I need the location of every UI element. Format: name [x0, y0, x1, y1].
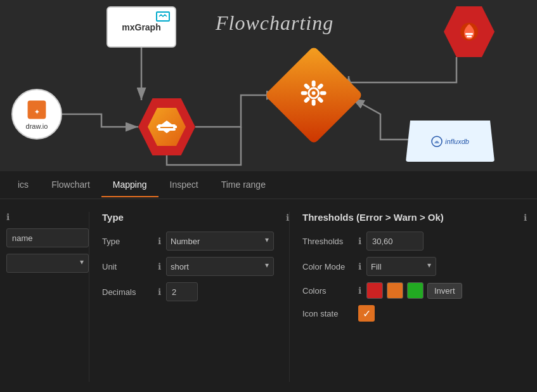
type-section: Type ℹ Type ℹ Number String Boolean Unit… [89, 212, 289, 382]
drawio-label: draw.io [26, 122, 48, 130]
drawio-icon: ✦ [25, 98, 48, 121]
node-mxgraph[interactable]: mxGraph [107, 6, 176, 48]
type-select[interactable]: Number String Boolean [166, 232, 274, 251]
thresholds-section: Thresholds (Error > Warn > Ok) ℹ Thresho… [289, 212, 527, 382]
left-select-wrapper [6, 254, 89, 273]
color-swatch-green[interactable] [407, 282, 424, 299]
color-mode-row: Color Mode ℹ Fill Text Disabled [302, 257, 527, 276]
decimals-row-info[interactable]: ℹ [158, 287, 161, 297]
colors-info-icon[interactable]: ℹ [358, 285, 361, 296]
flowchart-canvas: Flowcharting ✦ draw.io mxGraph [0, 0, 537, 171]
thresholds-row: Thresholds ℹ [302, 232, 527, 251]
type-row-info[interactable]: ℹ [158, 236, 161, 246]
colors-row: Colors ℹ Invert [302, 282, 527, 299]
svg-rect-8 [157, 126, 160, 128]
type-section-title: Type [102, 212, 124, 223]
tab-timerange[interactable]: Time range [210, 173, 277, 197]
svg-rect-21 [467, 36, 472, 37]
type-label: Type [102, 237, 153, 246]
color-mode-label: Color Mode [302, 262, 353, 271]
node-drawio[interactable]: ✦ draw.io [11, 89, 62, 140]
unit-label: Unit [102, 262, 153, 271]
color-mode-select[interactable]: Fill Text Disabled [366, 257, 436, 276]
svg-text:✦: ✦ [34, 108, 40, 115]
mxgraph-label: mxGraph [122, 22, 160, 32]
thresholds-section-title: Thresholds (Error > Warn > Ok) [302, 212, 444, 223]
invert-button[interactable]: Invert [427, 283, 462, 299]
node-influxdb[interactable]: influxdb [406, 121, 495, 162]
left-select[interactable] [6, 254, 89, 273]
type-select-wrapper: Number String Boolean [166, 232, 274, 251]
svg-rect-22 [465, 33, 473, 35]
left-column: ℹ [0, 212, 89, 382]
node-gear-diamond[interactable] [279, 60, 349, 130]
svg-rect-18 [301, 91, 307, 95]
svg-point-11 [312, 91, 316, 95]
icon-state-row: Icon state ✓ [302, 305, 527, 322]
center-icon [155, 115, 178, 138]
svg-rect-16 [312, 100, 316, 106]
svg-marker-6 [162, 121, 172, 124]
unit-row-info[interactable]: ℹ [158, 261, 161, 271]
svg-rect-14 [320, 91, 327, 95]
unit-row: Unit ℹ short long bytes [102, 257, 289, 276]
color-mode-select-wrapper: Fill Text Disabled [366, 257, 436, 276]
node-prometheus[interactable] [444, 6, 495, 57]
type-row: Type ℹ Number String Boolean [102, 232, 289, 251]
color-swatch-orange[interactable] [387, 282, 403, 299]
unit-select-wrapper: short long bytes [166, 257, 274, 276]
svg-rect-13 [317, 82, 324, 89]
thresholds-label: Thresholds [302, 237, 353, 246]
thresholds-row-info[interactable]: ℹ [358, 236, 361, 246]
prometheus-hex [444, 6, 495, 57]
color-swatch-red[interactable] [366, 282, 383, 299]
hex-inner [148, 108, 186, 146]
icon-state-label: Icon state [302, 309, 353, 318]
left-info-icon[interactable]: ℹ [6, 212, 10, 222]
thresholds-info-icon[interactable]: ℹ [524, 212, 527, 223]
icon-state-checkbox[interactable]: ✓ [358, 305, 375, 322]
checkmark-icon: ✓ [363, 308, 371, 320]
colors-label: Colors [302, 286, 353, 296]
svg-marker-7 [162, 129, 172, 133]
gear-icon [299, 79, 328, 112]
tab-ics[interactable]: ics [6, 173, 40, 197]
tabs-bar: ics Flowchart Mapping Inspect Time range [0, 171, 537, 199]
mxgraph-icon [156, 11, 170, 22]
node-center-hex[interactable] [138, 98, 195, 155]
tab-flowchart[interactable]: Flowchart [40, 173, 101, 197]
tab-inspect[interactable]: Inspect [159, 173, 210, 197]
decimals-label: Decimals [102, 287, 153, 297]
unit-select[interactable]: short long bytes [166, 257, 274, 276]
tab-mapping[interactable]: Mapping [101, 173, 159, 197]
content-area: ℹ Type ℹ Type ℹ Number String Boolean [0, 199, 537, 392]
flowchart-title: Flowcharting [216, 11, 333, 35]
svg-rect-4 [158, 124, 176, 127]
thresholds-section-header: Thresholds (Error > Warn > Ok) ℹ [302, 212, 527, 223]
diamond-shape [264, 46, 363, 145]
thresholds-input[interactable] [366, 232, 424, 251]
name-input[interactable] [6, 228, 89, 247]
svg-rect-9 [173, 126, 177, 128]
decimals-input[interactable] [166, 282, 198, 301]
svg-rect-12 [312, 81, 316, 87]
influxdb-label: influxdb [431, 136, 469, 147]
decimals-row: Decimals ℹ [102, 282, 289, 301]
hex-outer [138, 98, 195, 155]
colors-swatches: Invert [366, 282, 462, 299]
type-section-header: Type ℹ [102, 212, 289, 223]
prometheus-icon [456, 19, 482, 44]
color-mode-info[interactable]: ℹ [358, 261, 361, 271]
